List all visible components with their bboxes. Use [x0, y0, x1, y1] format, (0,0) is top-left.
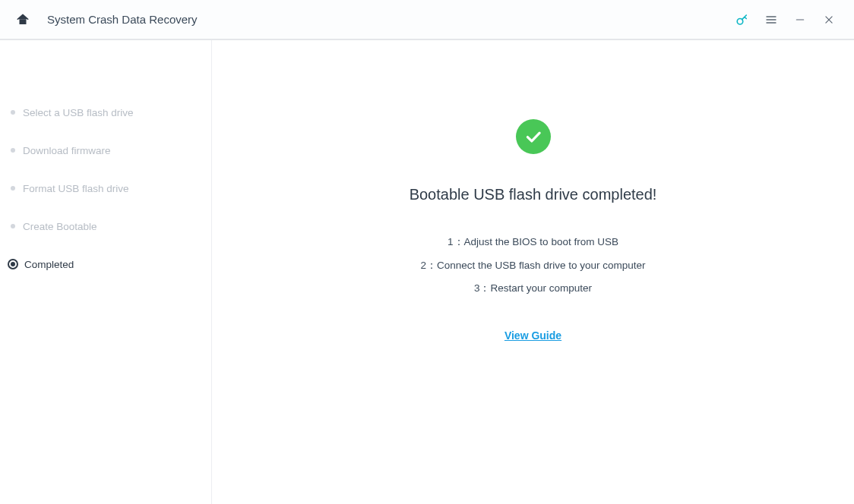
page-title: System Crash Data Recovery [47, 13, 198, 26]
step-label: Format USB flash drive [23, 183, 129, 194]
svg-rect-0 [20, 19, 27, 24]
success-heading: Bootable USB flash drive completed! [410, 186, 657, 203]
step-dot-icon [11, 224, 15, 228]
step-label: Create Bootable [23, 221, 97, 232]
main-content: Bootable USB flash drive completed! 1：Ad… [212, 40, 854, 504]
instructions-list: 1：Adjust the BIOS to boot from USB 2：Con… [420, 237, 645, 307]
step-dot-icon [11, 148, 15, 153]
step-dot-icon [11, 110, 15, 115]
step-select-usb: Select a USB flash drive [0, 93, 211, 131]
instruction-line: 3：Restart your computer [420, 283, 645, 294]
menu-icon[interactable] [757, 0, 786, 39]
key-icon[interactable] [728, 0, 757, 39]
success-check-icon [516, 119, 551, 154]
step-completed: Completed [0, 245, 211, 283]
home-icon[interactable] [15, 12, 30, 27]
step-label: Select a USB flash drive [23, 107, 134, 118]
sidebar: Select a USB flash drive Download firmwa… [0, 40, 212, 504]
step-dot-icon [11, 186, 15, 191]
view-guide-link[interactable]: View Guide [504, 329, 561, 342]
step-label: Completed [24, 259, 74, 270]
instruction-line: 2：Connect the USB flash drive to your co… [420, 260, 645, 271]
step-active-icon [8, 259, 18, 269]
instruction-line: 1：Adjust the BIOS to boot from USB [420, 237, 645, 247]
close-icon[interactable] [814, 0, 843, 39]
title-bar: System Crash Data Recovery [0, 0, 854, 39]
step-create-bootable: Create Bootable [0, 207, 211, 245]
minimize-icon[interactable] [786, 0, 814, 39]
step-format-usb: Format USB flash drive [0, 169, 211, 207]
step-label: Download firmware [23, 145, 111, 156]
step-download-firmware: Download firmware [0, 131, 211, 169]
